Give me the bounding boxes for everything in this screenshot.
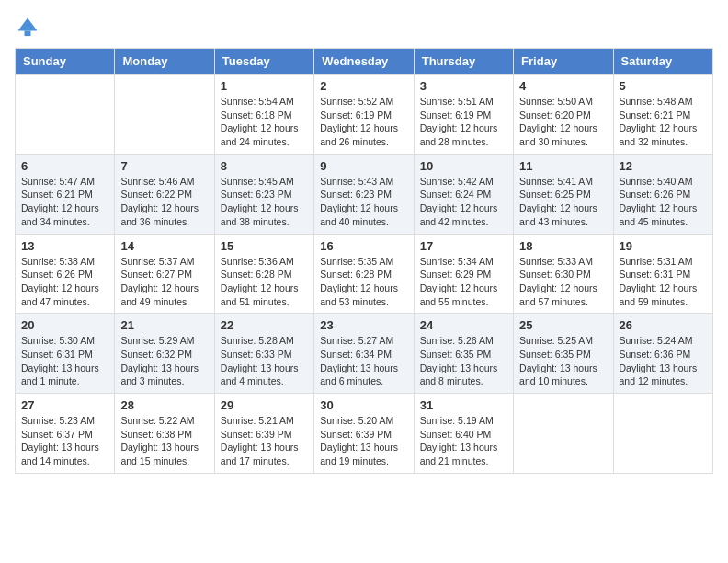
day-number: 25 (519, 318, 607, 332)
day-number: 22 (221, 318, 308, 332)
calendar-cell (514, 394, 613, 474)
calendar-cell: 19Sunrise: 5:31 AM Sunset: 6:31 PM Dayli… (613, 234, 712, 314)
calendar-cell: 15Sunrise: 5:36 AM Sunset: 6:28 PM Dayli… (214, 234, 313, 314)
calendar-week-row: 27Sunrise: 5:23 AM Sunset: 6:37 PM Dayli… (16, 394, 713, 474)
day-number: 18 (519, 239, 607, 253)
logo (15, 15, 44, 40)
calendar-cell (613, 394, 712, 474)
calendar-cell: 10Sunrise: 5:42 AM Sunset: 6:24 PM Dayli… (414, 154, 513, 234)
calendar-cell: 30Sunrise: 5:20 AM Sunset: 6:39 PM Dayli… (314, 394, 414, 474)
day-info: Sunrise: 5:52 AM Sunset: 6:19 PM Dayligh… (320, 95, 407, 149)
day-info: Sunrise: 5:38 AM Sunset: 6:26 PM Dayligh… (21, 255, 108, 309)
day-of-week-header: Saturday (613, 49, 712, 75)
day-info: Sunrise: 5:51 AM Sunset: 6:19 PM Dayligh… (420, 95, 507, 149)
day-of-week-header: Sunday (16, 49, 115, 75)
day-number: 11 (519, 159, 607, 173)
day-number: 1 (221, 79, 308, 93)
day-info: Sunrise: 5:40 AM Sunset: 6:26 PM Dayligh… (620, 175, 707, 229)
calendar-cell: 31Sunrise: 5:19 AM Sunset: 6:40 PM Dayli… (414, 394, 513, 474)
day-info: Sunrise: 5:31 AM Sunset: 6:31 PM Dayligh… (620, 255, 707, 309)
day-of-week-header: Wednesday (314, 49, 414, 75)
day-number: 15 (221, 239, 308, 253)
day-info: Sunrise: 5:43 AM Sunset: 6:23 PM Dayligh… (320, 175, 407, 229)
calendar-week-row: 1Sunrise: 5:54 AM Sunset: 6:18 PM Daylig… (16, 75, 713, 155)
day-info: Sunrise: 5:48 AM Sunset: 6:21 PM Dayligh… (620, 95, 707, 149)
calendar-cell: 5Sunrise: 5:48 AM Sunset: 6:21 PM Daylig… (613, 75, 712, 155)
day-number: 28 (120, 398, 208, 412)
day-number: 21 (120, 318, 208, 332)
day-number: 6 (21, 159, 108, 173)
day-info: Sunrise: 5:36 AM Sunset: 6:28 PM Dayligh… (221, 255, 308, 309)
day-of-week-header: Thursday (414, 49, 513, 75)
day-info: Sunrise: 5:27 AM Sunset: 6:34 PM Dayligh… (320, 334, 407, 388)
day-info: Sunrise: 5:54 AM Sunset: 6:18 PM Dayligh… (221, 95, 308, 149)
day-info: Sunrise: 5:22 AM Sunset: 6:38 PM Dayligh… (120, 414, 208, 468)
calendar-cell: 12Sunrise: 5:40 AM Sunset: 6:26 PM Dayli… (613, 154, 712, 234)
svg-rect-1 (25, 31, 31, 37)
day-number: 26 (620, 318, 707, 332)
calendar-cell: 4Sunrise: 5:50 AM Sunset: 6:20 PM Daylig… (514, 75, 613, 155)
day-number: 7 (120, 159, 208, 173)
calendar-week-row: 13Sunrise: 5:38 AM Sunset: 6:26 PM Dayli… (16, 234, 713, 314)
day-number: 3 (420, 79, 507, 93)
day-info: Sunrise: 5:34 AM Sunset: 6:29 PM Dayligh… (420, 255, 507, 309)
calendar-cell: 17Sunrise: 5:34 AM Sunset: 6:29 PM Dayli… (414, 234, 513, 314)
calendar-cell: 9Sunrise: 5:43 AM Sunset: 6:23 PM Daylig… (314, 154, 414, 234)
calendar-cell: 24Sunrise: 5:26 AM Sunset: 6:35 PM Dayli… (414, 314, 513, 394)
day-info: Sunrise: 5:42 AM Sunset: 6:24 PM Dayligh… (420, 175, 507, 229)
calendar-week-row: 20Sunrise: 5:30 AM Sunset: 6:31 PM Dayli… (16, 314, 713, 394)
calendar-cell: 6Sunrise: 5:47 AM Sunset: 6:21 PM Daylig… (16, 154, 115, 234)
calendar-cell: 18Sunrise: 5:33 AM Sunset: 6:30 PM Dayli… (514, 234, 613, 314)
day-number: 10 (420, 159, 507, 173)
day-of-week-header: Tuesday (214, 49, 313, 75)
calendar-cell: 29Sunrise: 5:21 AM Sunset: 6:39 PM Dayli… (214, 394, 313, 474)
day-info: Sunrise: 5:25 AM Sunset: 6:35 PM Dayligh… (519, 334, 607, 388)
calendar-cell: 16Sunrise: 5:35 AM Sunset: 6:28 PM Dayli… (314, 234, 414, 314)
day-number: 14 (120, 239, 208, 253)
day-number: 19 (620, 239, 707, 253)
calendar: SundayMondayTuesdayWednesdayThursdayFrid… (15, 48, 713, 474)
day-info: Sunrise: 5:33 AM Sunset: 6:30 PM Dayligh… (519, 255, 607, 309)
calendar-cell: 7Sunrise: 5:46 AM Sunset: 6:22 PM Daylig… (115, 154, 214, 234)
calendar-cell: 1Sunrise: 5:54 AM Sunset: 6:18 PM Daylig… (214, 75, 313, 155)
logo-icon (15, 15, 40, 40)
day-number: 9 (320, 159, 407, 173)
day-info: Sunrise: 5:35 AM Sunset: 6:28 PM Dayligh… (320, 255, 407, 309)
day-number: 8 (221, 159, 308, 173)
day-number: 2 (320, 79, 407, 93)
day-number: 16 (320, 239, 407, 253)
calendar-cell: 13Sunrise: 5:38 AM Sunset: 6:26 PM Dayli… (16, 234, 115, 314)
day-info: Sunrise: 5:23 AM Sunset: 6:37 PM Dayligh… (21, 414, 108, 468)
calendar-cell: 25Sunrise: 5:25 AM Sunset: 6:35 PM Dayli… (514, 314, 613, 394)
day-info: Sunrise: 5:26 AM Sunset: 6:35 PM Dayligh… (420, 334, 507, 388)
day-info: Sunrise: 5:20 AM Sunset: 6:39 PM Dayligh… (320, 414, 407, 468)
calendar-cell: 22Sunrise: 5:28 AM Sunset: 6:33 PM Dayli… (214, 314, 313, 394)
day-number: 20 (21, 318, 108, 332)
calendar-cell: 26Sunrise: 5:24 AM Sunset: 6:36 PM Dayli… (613, 314, 712, 394)
calendar-cell: 21Sunrise: 5:29 AM Sunset: 6:32 PM Dayli… (115, 314, 214, 394)
day-number: 5 (620, 79, 707, 93)
day-number: 17 (420, 239, 507, 253)
calendar-cell: 2Sunrise: 5:52 AM Sunset: 6:19 PM Daylig… (314, 75, 414, 155)
day-number: 23 (320, 318, 407, 332)
day-info: Sunrise: 5:47 AM Sunset: 6:21 PM Dayligh… (21, 175, 108, 229)
day-number: 29 (221, 398, 308, 412)
day-info: Sunrise: 5:28 AM Sunset: 6:33 PM Dayligh… (221, 334, 308, 388)
day-number: 4 (519, 79, 607, 93)
day-info: Sunrise: 5:24 AM Sunset: 6:36 PM Dayligh… (620, 334, 707, 388)
day-info: Sunrise: 5:41 AM Sunset: 6:25 PM Dayligh… (519, 175, 607, 229)
day-number: 24 (420, 318, 507, 332)
calendar-cell: 23Sunrise: 5:27 AM Sunset: 6:34 PM Dayli… (314, 314, 414, 394)
day-number: 27 (21, 398, 108, 412)
calendar-header-row: SundayMondayTuesdayWednesdayThursdayFrid… (16, 49, 713, 75)
day-number: 12 (620, 159, 707, 173)
svg-marker-0 (18, 18, 38, 31)
day-number: 30 (320, 398, 407, 412)
day-info: Sunrise: 5:45 AM Sunset: 6:23 PM Dayligh… (221, 175, 308, 229)
calendar-cell: 8Sunrise: 5:45 AM Sunset: 6:23 PM Daylig… (214, 154, 313, 234)
day-info: Sunrise: 5:21 AM Sunset: 6:39 PM Dayligh… (221, 414, 308, 468)
day-info: Sunrise: 5:30 AM Sunset: 6:31 PM Dayligh… (21, 334, 108, 388)
calendar-cell: 11Sunrise: 5:41 AM Sunset: 6:25 PM Dayli… (514, 154, 613, 234)
day-number: 13 (21, 239, 108, 253)
day-number: 31 (420, 398, 507, 412)
